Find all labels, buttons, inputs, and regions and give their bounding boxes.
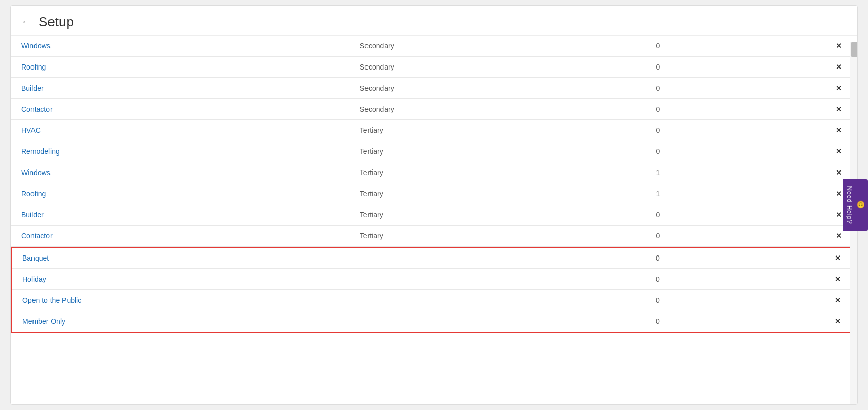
row-name[interactable]: Roofing: [11, 57, 349, 78]
page-title: Setup: [39, 14, 74, 30]
row-count: 0: [645, 204, 772, 226]
row-type: Tertiary: [349, 204, 646, 226]
row-name[interactable]: Holiday: [11, 269, 349, 290]
highlighted-table-row: Banquet 0 ✕: [11, 247, 857, 269]
row-name[interactable]: HVAC: [11, 120, 349, 141]
row-name[interactable]: Windows: [11, 162, 349, 183]
delete-button[interactable]: ✕: [836, 126, 842, 134]
row-action[interactable]: ✕: [772, 269, 857, 290]
table-container[interactable]: Windows Secondary 0 ✕ Roofing Secondary …: [11, 36, 857, 399]
row-type: [349, 311, 645, 333]
scrollbar-thumb[interactable]: [851, 42, 857, 57]
row-action[interactable]: ✕: [773, 78, 857, 99]
highlighted-table: Banquet 0 ✕ Holiday 0 ✕ Open to the Publ…: [11, 247, 857, 333]
row-action[interactable]: ✕: [773, 36, 857, 57]
delete-button[interactable]: ✕: [836, 211, 842, 219]
row-type: Secondary: [349, 36, 646, 57]
row-count: 0: [645, 99, 772, 120]
row-action[interactable]: ✕: [772, 311, 857, 333]
row-type: [349, 290, 645, 311]
row-name[interactable]: Banquet: [11, 247, 349, 269]
row-type: Tertiary: [349, 141, 646, 162]
row-name[interactable]: Roofing: [11, 183, 349, 204]
table-row: HVAC Tertiary 0 ✕: [11, 120, 857, 141]
table-row: Roofing Tertiary 1 ✕: [11, 183, 857, 204]
row-type: [349, 269, 645, 290]
row-count: 0: [645, 290, 772, 311]
highlighted-table-row: Open to the Public 0 ✕: [11, 290, 857, 311]
row-count: 0: [645, 226, 772, 247]
row-count: 0: [645, 78, 772, 99]
delete-button[interactable]: ✕: [836, 190, 842, 198]
row-type: Secondary: [349, 57, 646, 78]
table-row: Builder Secondary 0 ✕: [11, 78, 857, 99]
delete-button[interactable]: ✕: [836, 84, 842, 92]
delete-button[interactable]: ✕: [836, 105, 842, 113]
row-name[interactable]: Windows: [11, 36, 349, 57]
row-type: Secondary: [349, 78, 646, 99]
need-help-text: Need Help?: [846, 186, 853, 224]
delete-button[interactable]: ✕: [834, 275, 841, 283]
row-count: 1: [645, 162, 772, 183]
row-action[interactable]: ✕: [772, 247, 857, 269]
row-count: 0: [645, 57, 772, 78]
row-type: Tertiary: [349, 120, 646, 141]
page-container: ← Setup Windows Secondary 0 ✕ Roofing Se…: [10, 5, 858, 405]
row-action[interactable]: ✕: [773, 141, 857, 162]
row-count: 0: [645, 120, 772, 141]
row-count: 1: [645, 183, 772, 204]
row-name[interactable]: Remodeling: [11, 141, 349, 162]
row-action[interactable]: ✕: [773, 57, 857, 78]
row-name[interactable]: Builder: [11, 204, 349, 226]
row-count: 0: [645, 269, 772, 290]
row-name[interactable]: Open to the Public: [11, 290, 349, 311]
row-count: 0: [645, 247, 772, 269]
need-help-icon: 😊: [857, 201, 865, 209]
row-name[interactable]: Member Only: [11, 311, 349, 333]
delete-button[interactable]: ✕: [836, 147, 842, 156]
delete-button[interactable]: ✕: [836, 168, 842, 177]
back-button[interactable]: ←: [21, 16, 30, 27]
delete-button[interactable]: ✕: [834, 254, 841, 262]
delete-button[interactable]: ✕: [834, 296, 841, 304]
row-count: 0: [645, 141, 772, 162]
table-row: Windows Tertiary 1 ✕: [11, 162, 857, 183]
table-row: Builder Tertiary 0 ✕: [11, 204, 857, 226]
row-name[interactable]: Contactor: [11, 99, 349, 120]
table-row: Contactor Tertiary 0 ✕: [11, 226, 857, 247]
row-type: Tertiary: [349, 162, 646, 183]
need-help-widget[interactable]: Need Help? 😊: [843, 179, 868, 231]
delete-button[interactable]: ✕: [836, 232, 842, 240]
row-action[interactable]: ✕: [773, 99, 857, 120]
delete-button[interactable]: ✕: [836, 63, 842, 71]
highlighted-table-row: Holiday 0 ✕: [11, 269, 857, 290]
row-count: 0: [645, 311, 772, 333]
table-row: Remodeling Tertiary 0 ✕: [11, 141, 857, 162]
row-type: Tertiary: [349, 226, 646, 247]
row-type: Tertiary: [349, 183, 646, 204]
row-name[interactable]: Contactor: [11, 226, 349, 247]
highlighted-table-row: Member Only 0 ✕: [11, 311, 857, 333]
row-count: 0: [645, 36, 772, 57]
row-type: [349, 247, 645, 269]
delete-button[interactable]: ✕: [834, 317, 841, 326]
delete-button[interactable]: ✕: [836, 42, 842, 50]
table-row: Windows Secondary 0 ✕: [11, 36, 857, 57]
row-action[interactable]: ✕: [773, 120, 857, 141]
main-table: Windows Secondary 0 ✕ Roofing Secondary …: [11, 36, 857, 247]
table-row: Contactor Secondary 0 ✕: [11, 99, 857, 120]
row-name[interactable]: Builder: [11, 78, 349, 99]
row-type: Secondary: [349, 99, 646, 120]
row-action[interactable]: ✕: [772, 290, 857, 311]
table-row: Roofing Secondary 0 ✕: [11, 57, 857, 78]
header: ← Setup: [11, 6, 857, 36]
